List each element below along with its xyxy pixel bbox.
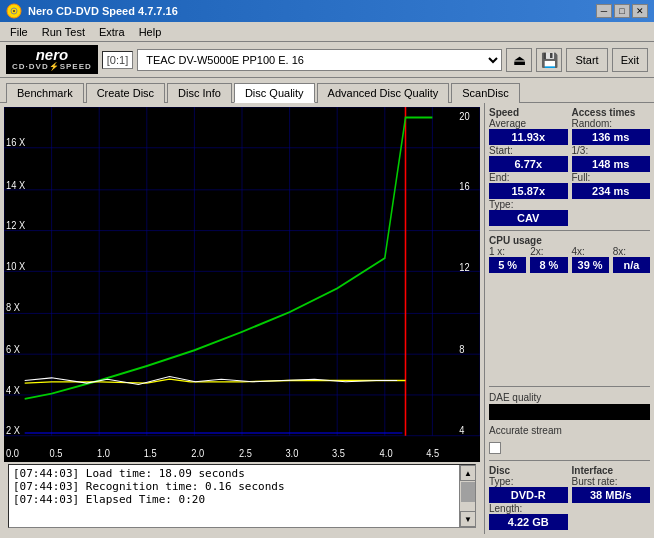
y-right-16: 16 xyxy=(459,179,469,192)
tab-disc-quality[interactable]: Disc Quality xyxy=(234,83,315,103)
access-times-box: Access times Random: 136 ms 1/3: 148 ms … xyxy=(572,107,651,226)
disc-length-label: Length: xyxy=(489,503,568,514)
app-icon xyxy=(6,3,22,19)
disc-interface-row: Disc Type: DVD-R Length: 4.22 GB Interfa… xyxy=(489,465,650,530)
drive-dropdown[interactable]: TEAC DV-W5000E PP100 E. 16 xyxy=(137,49,502,71)
dae-quality-bar xyxy=(489,404,650,420)
interface-title: Interface xyxy=(572,465,651,476)
access-third-label: 1/3: xyxy=(572,145,651,156)
speed-end-label: End: xyxy=(489,172,568,183)
maximize-button[interactable]: □ xyxy=(614,4,630,18)
drive-index-label: [0:1] xyxy=(102,51,133,69)
cpu-title: CPU usage xyxy=(489,235,650,246)
x-label-45: 4.5 xyxy=(426,446,439,459)
y-label-2x: 2 X xyxy=(6,423,20,436)
save-button[interactable]: 💾 xyxy=(536,48,562,72)
exit-button[interactable]: Exit xyxy=(612,48,648,72)
disc-length-value: 4.22 GB xyxy=(489,514,568,530)
window-title: Nero CD-DVD Speed 4.7.7.16 xyxy=(28,5,178,17)
menu-run-test[interactable]: Run Test xyxy=(36,24,91,40)
burst-rate-label: Burst rate: xyxy=(572,476,651,487)
x-label-3: 3.0 xyxy=(285,446,298,459)
log-entry-0: [07:44:03] Load time: 18.09 seconds xyxy=(13,467,455,480)
x-label-1: 1.0 xyxy=(97,446,110,459)
y-label-8x: 8 X xyxy=(6,300,20,313)
close-button[interactable]: ✕ xyxy=(632,4,648,18)
accurate-stream-row: Accurate stream xyxy=(489,425,650,436)
x-label-05: 0.5 xyxy=(50,446,63,459)
scroll-thumb[interactable] xyxy=(461,482,475,502)
main-content: 2 X 4 X 6 X 8 X 10 X 12 X 14 X 16 X 4 8 … xyxy=(0,102,654,534)
cpu-x2-value: 8 % xyxy=(530,257,567,273)
minimize-button[interactable]: ─ xyxy=(596,4,612,18)
y-label-4x: 4 X xyxy=(6,383,20,396)
chart-panel: 2 X 4 X 6 X 8 X 10 X 12 X 14 X 16 X 4 8 … xyxy=(0,103,484,534)
disc-type-value: DVD-R xyxy=(489,487,568,503)
speed-title: Speed xyxy=(489,107,568,118)
cpu-x4-box: 4x: 39 % xyxy=(572,246,609,273)
tab-benchmark[interactable]: Benchmark xyxy=(6,83,84,103)
scroll-up-button[interactable]: ▲ xyxy=(460,465,476,481)
x-label-35: 3.5 xyxy=(332,446,345,459)
speed-type-value: CAV xyxy=(489,210,568,226)
right-panel: Speed Average 11.93x Start: 6.77x End: 1… xyxy=(484,103,654,534)
y-label-16x: 16 X xyxy=(6,135,25,148)
burst-rate-value: 38 MB/s xyxy=(572,487,651,503)
log-area: [07:44:03] Load time: 18.09 seconds [07:… xyxy=(8,464,476,528)
x-label-4: 4.0 xyxy=(380,446,393,459)
cpu-x2-box: 2x: 8 % xyxy=(530,246,567,273)
eject-button[interactable]: ⏏ xyxy=(506,48,532,72)
accurate-stream-checkbox[interactable] xyxy=(489,442,501,454)
disc-type-label: Type: xyxy=(489,476,568,487)
log-content[interactable]: [07:44:03] Load time: 18.09 seconds [07:… xyxy=(9,465,459,527)
log-scrollbar: ▲ ▼ xyxy=(459,465,475,527)
access-full-value: 234 ms xyxy=(572,183,651,199)
tab-scan-disc[interactable]: ScanDisc xyxy=(451,83,519,103)
cpu-x1-box: 1 x: 5 % xyxy=(489,246,526,273)
y-right-12: 12 xyxy=(459,260,469,273)
logo-text: nero xyxy=(36,47,69,64)
access-random-value: 136 ms xyxy=(572,129,651,145)
cpu-usage-box: CPU usage 1 x: 5 % 2x: 8 % 4x: 39 % 8x: … xyxy=(489,235,650,382)
cpu-x8-box: 8x: n/a xyxy=(613,246,650,273)
y-label-14x: 14 X xyxy=(6,177,25,190)
x-label-0: 0.0 xyxy=(6,446,19,459)
menu-file[interactable]: File xyxy=(4,24,34,40)
tab-create-disc[interactable]: Create Disc xyxy=(86,83,165,103)
divider-1 xyxy=(489,230,650,231)
cpu-x8-value: n/a xyxy=(613,257,650,273)
menu-extra[interactable]: Extra xyxy=(93,24,131,40)
disc-box: Disc Type: DVD-R Length: 4.22 GB xyxy=(489,465,568,530)
menu-help[interactable]: Help xyxy=(133,24,168,40)
access-third-value: 148 ms xyxy=(572,156,651,172)
svg-point-2 xyxy=(13,10,15,12)
logo-sub-text: CD·DVD⚡SPEED xyxy=(12,63,92,72)
accurate-stream-checkbox-row xyxy=(489,442,650,454)
y-right-8: 8 xyxy=(459,342,464,355)
cpu-x1-value: 5 % xyxy=(489,257,526,273)
speed-avg-label: Average xyxy=(489,118,568,129)
app-logo: nero CD·DVD⚡SPEED xyxy=(6,45,98,74)
chart-area: 2 X 4 X 6 X 8 X 10 X 12 X 14 X 16 X 4 8 … xyxy=(4,107,480,462)
cpu-x4-value: 39 % xyxy=(572,257,609,273)
y-right-4: 4 xyxy=(459,423,464,436)
speed-box: Speed Average 11.93x Start: 6.77x End: 1… xyxy=(489,107,568,226)
toolbar: nero CD·DVD⚡SPEED [0:1] TEAC DV-W5000E P… xyxy=(0,42,654,78)
scroll-down-button[interactable]: ▼ xyxy=(460,511,476,527)
interface-box: Interface Burst rate: 38 MB/s xyxy=(572,465,651,530)
speed-end-value: 15.87x xyxy=(489,183,568,199)
log-entry-1: [07:44:03] Recognition time: 0.16 second… xyxy=(13,480,455,493)
divider-2 xyxy=(489,386,650,387)
window-controls: ─ □ ✕ xyxy=(596,4,648,18)
tab-disc-info[interactable]: Disc Info xyxy=(167,83,232,103)
tab-advanced-disc-quality[interactable]: Advanced Disc Quality xyxy=(317,83,450,103)
title-bar: Nero CD-DVD Speed 4.7.7.16 ─ □ ✕ xyxy=(0,0,654,22)
dae-quality-label: DAE quality xyxy=(489,392,541,403)
y-label-12x: 12 X xyxy=(6,218,25,231)
scroll-track xyxy=(460,481,475,511)
x-label-25: 2.5 xyxy=(239,446,252,459)
cpu-x8-label: 8x: xyxy=(613,246,650,257)
drive-selector: [0:1] TEAC DV-W5000E PP100 E. 16 xyxy=(102,49,503,71)
x-label-2: 2.0 xyxy=(191,446,204,459)
start-button[interactable]: Start xyxy=(566,48,607,72)
